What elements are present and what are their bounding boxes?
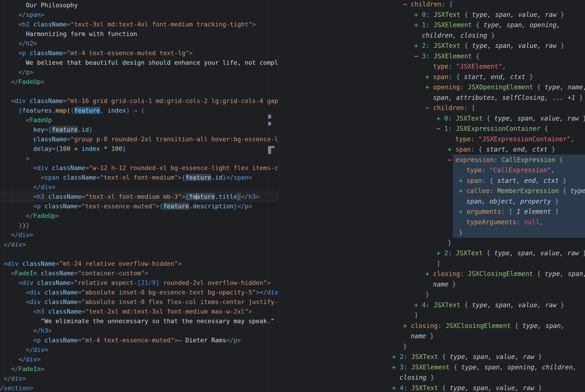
syntax-token: JSXOpeningElement (464, 84, 533, 91)
syntax-token (0, 260, 4, 267)
ast-node-line[interactable]: + 1: JSXElement { type, span, opening, (279, 20, 585, 30)
code-line[interactable]: </span> (0, 10, 278, 20)
syntax-token: span (452, 146, 471, 153)
ast-node-line[interactable]: + opening: JSXOpeningElement { type, nam… (279, 82, 585, 92)
code-line[interactable]: ))} (0, 220, 278, 230)
code-line[interactable]: </section> (0, 383, 278, 392)
code-line[interactable]: <div className="w-12 h-12 rounded-xl bg-… (0, 163, 278, 173)
syntax-token: children (429, 104, 464, 112)
ast-node-line[interactable]: + 2: JSXText { type, span, value, raw } (279, 352, 585, 362)
code-line[interactable]: </FadeIn> (0, 364, 278, 374)
ast-node-line[interactable]: + 2: JSXText { type, span, value, raw } (279, 40, 585, 51)
ast-node-line[interactable]: } (279, 238, 585, 248)
ast-node-line[interactable]: + callee: MemberExpression { type, (279, 186, 585, 196)
ast-tree-panel[interactable]: − children: [+ 0: JSXText { type, span, … (279, 0, 585, 392)
syntax-token (0, 356, 19, 363)
code-line[interactable]: </div> (0, 374, 278, 383)
syntax-token: JSXExpressionContainer (452, 125, 540, 132)
ast-node-line[interactable]: + 3: JSXElement { type, span, opening, c… (279, 362, 585, 373)
code-line[interactable]: delay={100 + index * 100} (0, 144, 278, 154)
ast-node-line[interactable]: children, closing } (279, 30, 585, 41)
ast-node-line[interactable]: + 4: JSXText { type, span, value, raw } (279, 383, 585, 392)
code-line[interactable] (0, 86, 278, 96)
code-line[interactable]: </FadeUp> (0, 211, 278, 220)
code-line[interactable]: Harmonizing form with function (0, 29, 278, 39)
ast-node-line[interactable]: name } (279, 331, 585, 342)
ast-node-line[interactable]: type: "CallExpression", (279, 165, 585, 176)
syntax-token: className (26, 50, 63, 56)
ast-node-line[interactable]: + closing: JSXClosingElement { type, spa… (279, 269, 585, 279)
syntax-token: div (11, 375, 22, 382)
syntax-token (0, 212, 26, 219)
ast-node-line[interactable]: span, attributes, selfClosing, ... +1 } (279, 92, 585, 103)
ast-node-line[interactable]: + span: { start, end, ctxt } (279, 72, 585, 82)
code-line[interactable]: <p className="text-essence-muted">{featu… (0, 202, 278, 211)
code-line[interactable]: </div> (0, 240, 278, 249)
ast-node-line[interactable]: } (279, 342, 585, 352)
code-line[interactable]: </div> (0, 182, 278, 192)
ast-node-line[interactable]: closing } (279, 372, 585, 383)
code-line[interactable]: <div className="mt-24 relative overflow-… (0, 259, 278, 268)
code-line[interactable]: <h3 className="text-2xl md:text-3xl font… (0, 307, 278, 316)
code-line[interactable]: > (0, 154, 278, 163)
code-line[interactable]: key={feature.id} (0, 125, 278, 134)
code-line[interactable]: {features.map((feature, index) ⇒ ( (0, 106, 278, 115)
ast-node-line[interactable]: } (279, 227, 585, 238)
ast-node-line[interactable]: name } (279, 279, 585, 290)
code-line[interactable]: <div className="absolute inset-0 flex fl… (0, 297, 278, 307)
code-line[interactable]: </h3> (0, 326, 278, 336)
code-line[interactable]: </FadeUp> (0, 77, 278, 86)
ast-node-line[interactable]: − 1: JSXExpressionContainer { (279, 124, 585, 134)
ast-node-line[interactable]: − children: [ (279, 0, 585, 10)
code-line[interactable]: <FadeUp (0, 115, 278, 125)
code-line[interactable]: </p> (0, 68, 278, 77)
syntax-token: p (37, 336, 41, 344)
ast-node-line[interactable]: − expression: CallExpression { (279, 155, 585, 165)
code-line[interactable]: <h2 className="text-3xl md:text-4xl font… (0, 20, 278, 29)
code-line[interactable]: </div> (0, 230, 278, 240)
syntax-token: : (404, 384, 408, 392)
code-line[interactable]: We believe that beautiful design should … (0, 58, 278, 68)
syntax-token: > (56, 212, 59, 219)
ast-node-line[interactable]: ] (279, 258, 585, 269)
ast-node-line[interactable]: + span: { start, end, ctxt } (279, 144, 585, 155)
syntax-token: 0 (440, 115, 448, 122)
ast-node-line[interactable]: + 0: JSXText { type, span, value, raw } (279, 113, 585, 124)
ast-node-line[interactable]: } (279, 290, 585, 300)
ast-node-line[interactable]: − children: [ (279, 103, 585, 113)
code-line[interactable]: <FadeIn className="container-custom"> (0, 268, 278, 278)
code-line[interactable]: <p className="mt-4 text-essence-muted">—… (0, 336, 278, 345)
syntax-token: } (556, 11, 564, 18)
syntax-token: + (392, 353, 396, 360)
code-line[interactable]: </h2> (0, 39, 278, 48)
code-line[interactable]: </div> (0, 354, 278, 364)
code-line[interactable]: <div className="absolute inset-0 bg-esse… (0, 288, 278, 297)
syntax-token: description (193, 202, 234, 210)
code-line[interactable]: "We eliminate the unnecessary so that th… (0, 316, 278, 326)
code-line[interactable]: <div className="mt-16 grid grid-cols-1 m… (0, 96, 278, 106)
ast-node-line[interactable]: + closing: JSXClosingElement { type, spa… (279, 321, 585, 331)
ast-node-line[interactable]: + 0: JSXText { type, span, value, raw } (279, 10, 585, 20)
code-line[interactable]: className="group p-8 rounded-2xl transit… (0, 134, 278, 144)
ast-node-line[interactable]: type: "JSXExpressionContainer", (279, 134, 585, 144)
ast-node-line[interactable]: + span: { start, end, ctxt } (279, 176, 585, 186)
syntax-token: : (494, 156, 498, 164)
code-editor-pane[interactable]: Our Philosophy </span> <h2 className="te… (0, 0, 278, 392)
code-line[interactable]: </div> (0, 345, 278, 354)
ast-node-line[interactable]: + arguments: [ 1 element ] (279, 206, 585, 217)
ast-node-line[interactable]: ] (279, 310, 585, 321)
code-line[interactable]: <span className="text-xl font-medium">{f… (0, 173, 278, 182)
ast-node-line[interactable]: typeArguments: null, (279, 217, 585, 228)
code-line[interactable]: <p className="mt-4 text-essence-muted te… (0, 48, 278, 58)
syntax-token: > (52, 184, 56, 190)
code-line[interactable]: <div className="relative aspect-[21/9] r… (0, 278, 278, 288)
ast-node-line[interactable]: + 2: JSXText { type, span, value, raw } (279, 248, 585, 258)
ast-node-line[interactable]: + 4: JSXText { type, span, value, raw } (279, 300, 585, 310)
ast-node-line[interactable]: span, object, property } (279, 196, 585, 207)
syntax-token: . (78, 126, 82, 133)
code-line[interactable] (0, 249, 278, 259)
ast-node-line[interactable]: − 3: JSXElement { (279, 51, 585, 62)
code-line[interactable]: Our Philosophy (0, 0, 278, 10)
code-line[interactable]: <h3 className="text-xl font-medium mb-3"… (0, 192, 278, 202)
ast-node-line[interactable]: type: "JSXElement", (279, 61, 585, 72)
